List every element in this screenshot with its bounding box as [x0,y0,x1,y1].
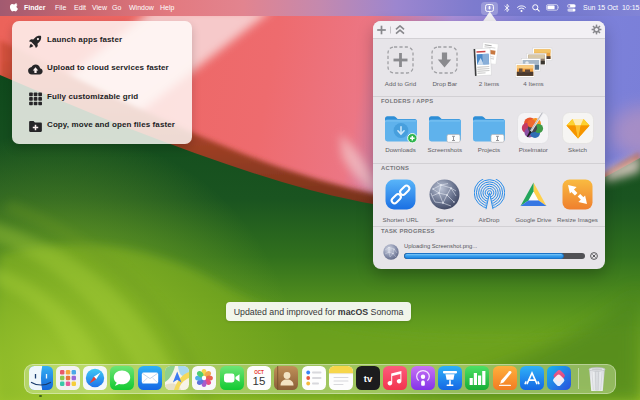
svg-text:OCT: OCT [254,370,264,375]
svg-text:tv: tv [364,374,373,385]
svg-text:15: 15 [252,375,265,387]
